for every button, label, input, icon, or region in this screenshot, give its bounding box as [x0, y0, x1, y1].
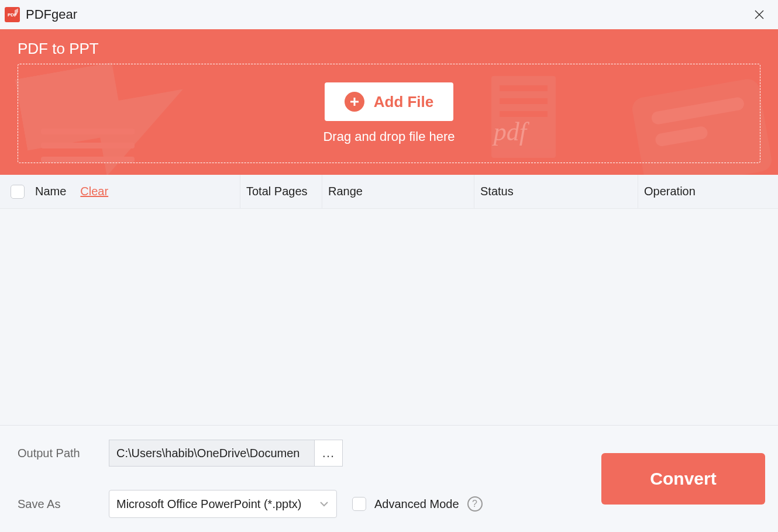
advanced-mode-label: Advanced Mode: [374, 498, 459, 511]
app-icon: PDF: [5, 7, 20, 22]
table-header: Name Clear Total Pages Range Status Oper…: [0, 175, 778, 209]
footer: Output Path ... Convert Save As Microsof…: [0, 425, 778, 532]
col-name: Name: [35, 185, 66, 198]
col-range: Range: [328, 185, 363, 198]
select-all-checkbox[interactable]: [11, 185, 25, 199]
plus-icon: [345, 92, 364, 112]
titlebar: PDF PDFgear: [0, 0, 778, 29]
advanced-mode-checkbox[interactable]: [352, 497, 366, 511]
convert-button[interactable]: Convert: [601, 453, 765, 505]
save-as-select[interactable]: Microsoft Office PowerPoint (*.pptx): [109, 490, 337, 518]
col-status: Status: [480, 185, 514, 198]
add-file-button[interactable]: Add File: [325, 82, 454, 121]
hero-panel: pdf PDF to PPT Add File Drag and drop fi…: [0, 29, 778, 175]
table-body: [0, 209, 778, 425]
output-path-input[interactable]: [109, 440, 315, 467]
save-as-value: Microsoft Office PowerPoint (*.pptx): [116, 498, 301, 511]
drop-hint: Drag and drop file here: [323, 129, 455, 144]
browse-button[interactable]: ...: [315, 440, 343, 467]
col-operation: Operation: [644, 185, 696, 198]
app-title: PDFgear: [26, 7, 77, 22]
page-title: PDF to PPT: [18, 40, 760, 58]
output-path-label: Output Path: [18, 447, 99, 460]
chevron-down-icon: [319, 499, 329, 509]
col-total-pages: Total Pages: [246, 185, 308, 198]
close-icon: [754, 9, 765, 20]
clear-link[interactable]: Clear: [80, 185, 108, 198]
help-icon[interactable]: ?: [467, 496, 483, 512]
close-button[interactable]: [748, 3, 771, 26]
drop-zone[interactable]: Add File Drag and drop file here: [18, 64, 760, 163]
save-as-label: Save As: [18, 498, 99, 511]
add-file-label: Add File: [374, 93, 434, 111]
